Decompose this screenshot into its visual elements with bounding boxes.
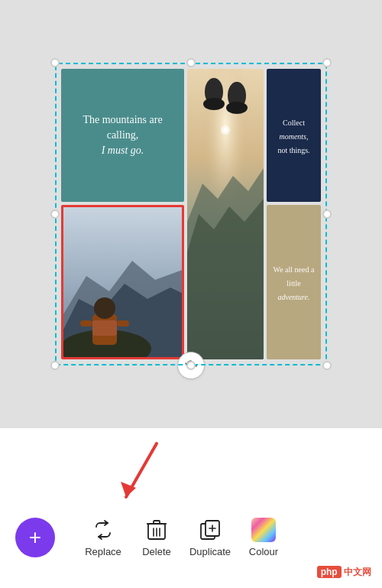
mountain-aerial-photo — [187, 69, 264, 359]
replace-label: Replace — [85, 546, 121, 557]
handle-top-right[interactable] — [322, 58, 332, 67]
cell-top-right[interactable]: Collectmoments,not things. — [267, 69, 321, 202]
colour-icon — [251, 517, 277, 543]
svg-rect-18 — [117, 320, 129, 326]
collage-grid: The mountains are calling,I must go. — [61, 69, 321, 359]
duplicate-label: Duplicate — [189, 546, 231, 557]
duplicate-tool[interactable]: Duplicate — [183, 517, 237, 557]
person-mountain-photo — [63, 207, 184, 359]
handle-top-mid[interactable] — [186, 58, 196, 67]
handle-bot-right[interactable] — [322, 361, 332, 370]
cell-top-right-text: Collectmoments,not things. — [273, 110, 314, 161]
svg-marker-3 — [187, 199, 264, 359]
svg-point-9 — [223, 128, 228, 132]
svg-rect-23 — [154, 521, 160, 524]
cell-bot-left[interactable] — [61, 205, 184, 359]
delete-icon — [144, 517, 170, 543]
delete-tool[interactable]: Delete — [130, 517, 183, 557]
canvas-area: The mountains are calling,I must go. — [0, 0, 382, 428]
watermark-php: php — [317, 566, 342, 578]
svg-point-7 — [226, 102, 248, 114]
handle-bot-left[interactable] — [50, 361, 60, 370]
handle-bot-mid[interactable] — [186, 361, 196, 370]
replace-tool[interactable]: Replace — [76, 517, 130, 557]
cell-bot-mid-text: We all need a little adventure. — [267, 257, 321, 307]
red-arrow — [84, 436, 176, 512]
duplicate-icon — [197, 517, 223, 543]
watermark-site: 中文网 — [344, 567, 371, 577]
svg-rect-16 — [92, 320, 117, 336]
colour-gradient — [251, 518, 276, 542]
handle-mid-right[interactable] — [322, 210, 332, 219]
colour-tool[interactable]: Colour — [237, 517, 290, 557]
arrow-indicator — [84, 436, 176, 515]
svg-rect-17 — [80, 320, 92, 326]
svg-point-15 — [94, 297, 115, 319]
watermark: php 中文网 — [317, 566, 371, 579]
toolbar-area: + Replace — [0, 428, 382, 588]
collage-wrapper: The mountains are calling,I must go. — [61, 69, 321, 359]
replace-icon — [90, 517, 116, 543]
svg-point-6 — [203, 98, 225, 110]
handle-mid-left[interactable] — [50, 210, 60, 219]
plus-icon: + — [29, 527, 41, 548]
handle-top-left[interactable] — [50, 58, 60, 67]
cell-mid-tall[interactable] — [187, 69, 264, 359]
add-button[interactable]: + — [15, 518, 55, 557]
cell-top-left-text: The mountains are calling,I must go. — [61, 103, 184, 168]
toolbar-buttons: + Replace — [0, 517, 382, 557]
cell-bot-mid[interactable]: We all need a little adventure. — [267, 205, 321, 359]
colour-label: Colour — [249, 546, 278, 557]
delete-label: Delete — [142, 546, 171, 557]
cell-top-left[interactable]: The mountains are calling,I must go. — [61, 69, 184, 202]
